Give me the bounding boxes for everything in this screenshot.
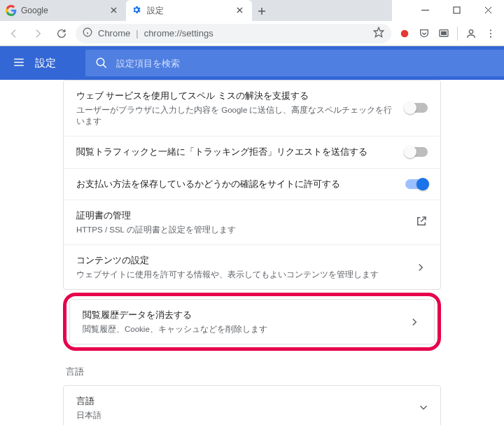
svg-point-20 (490, 36, 491, 37)
row-sub: ユーザーがブラウザに入力した内容を Google に送信し、高度なスペルチェック… (76, 104, 397, 127)
pocket-icon[interactable] (415, 25, 433, 43)
account-icon[interactable] (462, 25, 480, 43)
tab-settings[interactable]: 設定 (126, 0, 252, 21)
row-sub: 閲覧履歴、Cookie、キャッシュなどを削除します (83, 323, 399, 335)
chrome-info-icon (83, 27, 92, 39)
svg-point-14 (401, 29, 409, 37)
chevron-right-icon (414, 263, 428, 272)
chevron-right-icon (407, 318, 421, 326)
row-title: お支払い方法を保存しているかどうかの確認をサイトに許可する (76, 178, 397, 191)
tab-title: 設定 (147, 5, 232, 17)
svg-line-25 (103, 64, 106, 68)
address-bar[interactable]: Chrome | chrome://settings (76, 24, 391, 43)
close-tab-icon[interactable] (237, 6, 246, 15)
address-url: chrome://settings (144, 28, 214, 39)
hamburger-icon[interactable] (13, 56, 25, 71)
row-manage-certificates[interactable]: 証明書の管理 HTTPS / SSL の証明書と設定を管理します (64, 200, 440, 245)
row-title: 言語 (76, 395, 419, 408)
maximize-button[interactable] (441, 0, 472, 20)
external-link-icon (415, 215, 428, 230)
back-button[interactable] (4, 24, 24, 43)
row-sub: 日本語 (76, 410, 419, 421)
row-title: コンテンツの設定 (76, 254, 405, 267)
tab-google[interactable]: Google (0, 0, 126, 21)
svg-marker-13 (374, 27, 383, 36)
toggle[interactable] (405, 103, 428, 113)
row-title: ウェブ サービスを使用してスペル ミスの解決を支援する (76, 90, 397, 103)
settings-content: ウェブ サービスを使用してスペル ミスの解決を支援する ユーザーがブラウザに入力… (63, 80, 441, 425)
close-tab-icon[interactable] (111, 6, 120, 15)
gear-favicon (132, 5, 143, 16)
address-chip: Chrome (98, 28, 130, 39)
row-spellcheck-service[interactable]: ウェブ サービスを使用してスペル ミスの解決を支援する ユーザーがブラウザに入力… (64, 81, 440, 137)
settings-title: 設定 (35, 57, 56, 70)
address-separator: | (136, 28, 138, 39)
extension-red-icon[interactable] (396, 25, 414, 43)
google-favicon (6, 5, 17, 16)
section-label-language: 言語 (66, 366, 441, 378)
star-icon[interactable] (373, 27, 384, 40)
row-do-not-track[interactable]: 閲覧トラフィックと一緒に「トラッキング拒否」リクエストを送信する (64, 137, 440, 169)
row-title: 閲覧履歴データを消去する (83, 309, 399, 322)
row-payment-check[interactable]: お支払い方法を保存しているかどうかの確認をサイトに許可する (64, 169, 440, 201)
toggle[interactable] (405, 147, 428, 157)
cast-icon[interactable] (435, 25, 453, 43)
tab-title: Google (21, 6, 106, 15)
reload-button[interactable] (52, 24, 71, 43)
row-title: 閲覧トラフィックと一緒に「トラッキング拒否」リクエストを送信する (76, 146, 397, 159)
svg-point-19 (490, 32, 491, 34)
settings-search[interactable] (85, 50, 504, 76)
forward-button[interactable] (28, 24, 48, 43)
toolbar-divider (457, 27, 458, 41)
settings-search-input[interactable] (116, 58, 494, 69)
toggle[interactable] (405, 179, 428, 189)
tab-strip: Google 設定 (0, 0, 392, 21)
row-clear-browsing-data[interactable]: 閲覧履歴データを消去する 閲覧履歴、Cookie、キャッシュなどを削除します (70, 300, 434, 344)
row-title: 証明書の管理 (76, 209, 407, 223)
svg-rect-16 (442, 32, 447, 34)
row-sub: ウェブサイトに使用を許可する情報や、表示してもよいコンテンツを管理します (76, 269, 405, 280)
search-icon (95, 57, 108, 69)
svg-rect-7 (454, 7, 460, 13)
new-tab-button[interactable] (252, 1, 272, 21)
highlight-annotation: 閲覧履歴データを消去する 閲覧履歴、Cookie、キャッシュなどを削除します (63, 293, 441, 351)
row-content-settings[interactable]: コンテンツの設定 ウェブサイトに使用を許可する情報や、表示してもよいコンテンツを… (64, 245, 440, 289)
chevron-down-icon (419, 403, 428, 412)
svg-point-24 (97, 58, 104, 66)
menu-dots-icon[interactable] (482, 25, 500, 43)
row-sub: HTTPS / SSL の証明書と設定を管理します (76, 224, 407, 235)
svg-line-26 (421, 217, 426, 222)
settings-header: 設定 (0, 46, 504, 80)
language-card: 言語 日本語 スペルチェック 英語（アメリカ合衆国） (63, 385, 441, 425)
svg-point-17 (469, 29, 472, 33)
svg-point-18 (490, 29, 491, 31)
minimize-button[interactable] (410, 0, 441, 20)
privacy-card: ウェブ サービスを使用してスペル ミスの解決を支援する ユーザーがブラウザに入力… (63, 80, 441, 290)
row-language[interactable]: 言語 日本語 (64, 386, 440, 425)
settings-viewport[interactable]: ウェブ サービスを使用してスペル ミスの解決を支援する ユーザーがブラウザに入力… (0, 80, 504, 425)
browser-toolbar: Chrome | chrome://settings (0, 21, 504, 46)
close-window-button[interactable] (472, 0, 504, 20)
